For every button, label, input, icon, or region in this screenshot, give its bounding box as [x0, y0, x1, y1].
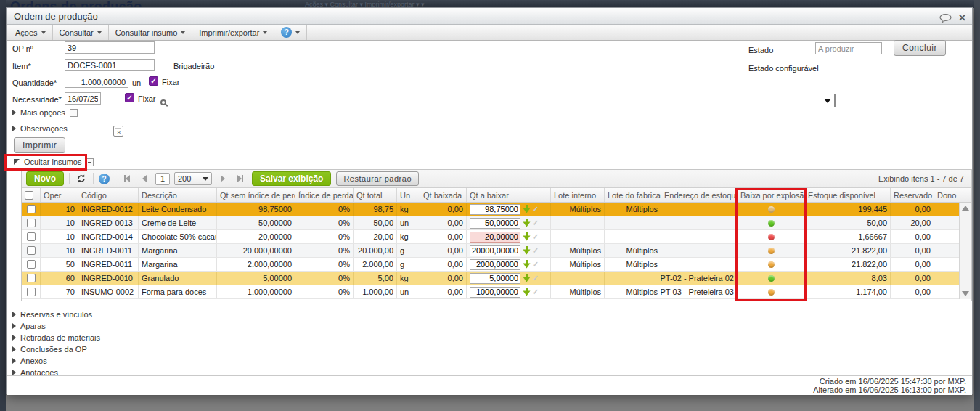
toggle-observacoes[interactable]: Observações — [12, 124, 68, 133]
toggle-anexos[interactable]: Anexos — [12, 357, 100, 365]
arrow-down-icon[interactable] — [523, 246, 531, 255]
need-date-input[interactable] — [65, 92, 101, 105]
fixar-quantity-label: Fixar — [162, 78, 179, 86]
qt-a-baixar-input[interactable] — [470, 204, 520, 215]
grid-row[interactable]: 50INGRED-0011Margarina2.000,000000%2.000… — [22, 258, 971, 272]
qt-a-baixar-input[interactable] — [470, 218, 520, 229]
scroll-up-icon[interactable] — [962, 206, 969, 211]
header-select-all[interactable] — [22, 188, 41, 202]
arrow-down-icon[interactable] — [523, 205, 531, 213]
help-icon[interactable]: ? — [99, 174, 110, 184]
cell-dono — [934, 203, 960, 216]
expanded-triangle-icon — [14, 159, 20, 165]
cell-qt_baixada: 0,00 — [420, 244, 467, 257]
quantity-input[interactable] — [65, 76, 128, 88]
menu-help[interactable]: ? — [274, 25, 307, 40]
scroll-down-icon[interactable] — [962, 291, 969, 296]
estado-input — [815, 42, 882, 54]
arrow-down-icon[interactable] — [523, 274, 531, 282]
last-page-button[interactable] — [234, 172, 247, 185]
novo-button[interactable]: Novo — [26, 171, 64, 186]
imprimir-button[interactable]: Imprimir — [14, 137, 65, 153]
salvar-exibicao-button[interactable]: Salvar exibição — [252, 171, 331, 186]
fixar-date-checkbox[interactable]: ✓ — [125, 93, 134, 102]
qt-a-baixar-input[interactable] — [470, 232, 520, 243]
grid-row[interactable]: 10INGRED-0011Margarina20.000,000000%20.0… — [22, 244, 971, 258]
dialog-titlebar: Ordem de produção ✕ — [7, 8, 972, 25]
toggle-ocultar-insumos[interactable]: Ocultar insumos — [14, 158, 94, 166]
toggle-mais-opcoes[interactable]: Mais opções — [12, 108, 78, 117]
arrow-down-icon[interactable] — [523, 232, 531, 241]
grid-row[interactable]: 70INSUMO-0002Forma para doces1.000,00000… — [22, 285, 971, 299]
search-icon[interactable] — [160, 99, 166, 105]
restaurar-padrao-button[interactable]: Restaurar padrão — [336, 171, 419, 186]
cell-select — [22, 203, 41, 216]
row-checkbox[interactable] — [27, 232, 36, 241]
current-page-box[interactable]: 1 — [155, 173, 170, 185]
page-size-select[interactable]: 200 — [174, 172, 212, 185]
qt-a-baixar-input[interactable] — [470, 287, 520, 298]
cell-qt_total: 1.000,00 — [354, 285, 397, 298]
column-header-codigo: Código — [78, 188, 139, 202]
grid-row[interactable]: 10INGRED-0013Creme de Leite50,000000%50,… — [22, 216, 971, 230]
cell-baixa_explosao_dot — [738, 272, 805, 285]
grid-row[interactable]: 10INGRED-0012Leite Condensado98,750000%9… — [22, 203, 971, 216]
fixar-quantity-checkbox[interactable]: ✓ — [149, 76, 158, 86]
collapse-box-icon — [70, 109, 78, 117]
concluir-button[interactable]: Concluir — [894, 40, 946, 56]
row-checkbox[interactable] — [27, 274, 36, 282]
help-icon: ? — [281, 27, 292, 38]
menu-consultar-insumo[interactable]: Consultar insumo — [109, 25, 193, 40]
comment-bubble-icon[interactable] — [939, 12, 952, 25]
menu-consultar[interactable]: Consultar — [53, 25, 109, 40]
column-header-lote_fabricante: Lote do fabricante — [605, 188, 661, 202]
cell-select — [22, 285, 41, 298]
menu-imprimir-exportar[interactable]: Imprimir/exportar — [192, 25, 274, 40]
select-all-checkbox[interactable] — [25, 191, 33, 200]
cell-select — [22, 272, 41, 285]
cell-dono — [934, 272, 960, 285]
grid-toolbar: Novo ? 1 200 Salvar exibição Restaurar p… — [22, 170, 971, 188]
toggle-aparas[interactable]: Aparas — [12, 322, 100, 330]
calendar-icon[interactable] — [113, 126, 123, 137]
row-checkbox[interactable] — [27, 288, 36, 296]
cell-codigo: INGRED-0010 — [78, 272, 139, 285]
first-page-button[interactable] — [121, 172, 134, 185]
arrow-down-icon[interactable] — [523, 219, 531, 227]
close-icon[interactable]: ✕ — [958, 14, 966, 23]
column-header-un: Un — [397, 188, 420, 202]
arrow-down-icon[interactable] — [523, 260, 531, 269]
next-page-button[interactable] — [216, 172, 229, 185]
menu-acoes[interactable]: Ações — [9, 25, 53, 40]
estado-configuravel-select[interactable] — [834, 94, 836, 107]
row-checkbox[interactable] — [27, 246, 36, 255]
item-code-input[interactable] — [65, 59, 155, 71]
grid-scrollbar[interactable] — [959, 203, 971, 299]
qt-a-baixar-input[interactable] — [470, 245, 520, 256]
row-checkbox[interactable] — [27, 219, 36, 227]
previous-page-button[interactable] — [138, 172, 151, 185]
check-icon: ✓ — [532, 260, 539, 269]
qt-a-baixar-input[interactable] — [470, 273, 520, 284]
row-checkbox[interactable] — [27, 260, 36, 269]
cell-oper: 10 — [41, 216, 78, 229]
check-icon: ✓ — [532, 205, 539, 214]
op-number-input[interactable] — [65, 41, 155, 54]
qt-a-baixar-input[interactable] — [470, 259, 520, 270]
chevron-down-icon — [41, 31, 46, 34]
cell-descricao: Creme de Leite — [139, 216, 217, 229]
toggle-conclusoes-op[interactable]: Conclusões da OP — [12, 345, 100, 354]
cell-estoque: 1,66667 — [805, 230, 891, 243]
background-left-strip — [0, 0, 6, 411]
cell-qt_sem_indice: 98,75000 — [217, 203, 295, 216]
cell-qt_sem_indice: 2.000,00000 — [217, 258, 295, 271]
cell-reservado: 20,00 — [891, 216, 934, 229]
toggle-retiradas-materiais[interactable]: Retiradas de materiais — [12, 333, 100, 342]
toggle-reservas-vinculos[interactable]: Reservas e vínculos — [12, 310, 100, 319]
cell-qt_sem_indice: 5,00000 — [217, 272, 295, 285]
grid-row[interactable]: 60INGRED-0010Granulado5,000000%5,00kg0,0… — [22, 272, 971, 285]
grid-row[interactable]: 10INGRED-0014Chocolate 50% cacau20,00000… — [22, 230, 971, 244]
row-checkbox[interactable] — [27, 205, 36, 213]
arrow-down-icon[interactable] — [523, 288, 531, 296]
refresh-icon[interactable] — [75, 172, 88, 185]
